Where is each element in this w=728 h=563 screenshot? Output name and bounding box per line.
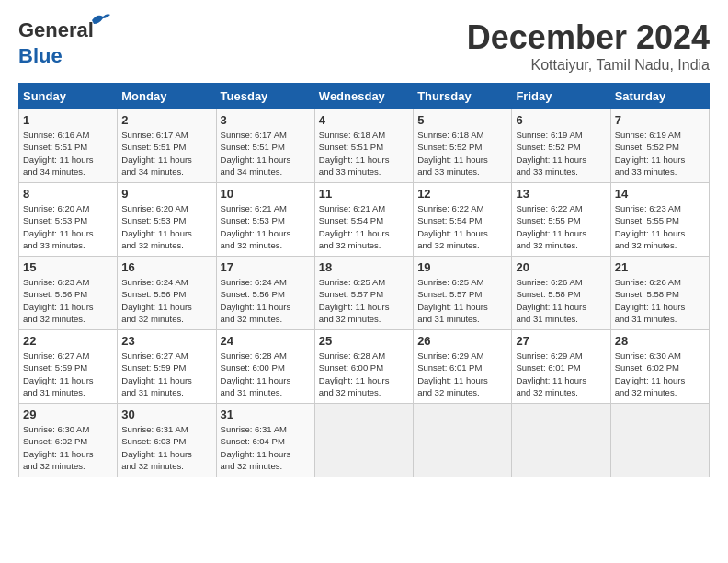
day-info: Sunrise: 6:19 AM Sunset: 5:52 PM Dayligh… — [615, 129, 705, 178]
day-info: Sunrise: 6:25 AM Sunset: 5:57 PM Dayligh… — [417, 276, 507, 325]
table-row — [512, 404, 610, 477]
calendar-week-row: 29Sunrise: 6:30 AM Sunset: 6:02 PM Dayli… — [19, 404, 710, 477]
table-row: 30Sunrise: 6:31 AM Sunset: 6:03 PM Dayli… — [118, 404, 216, 477]
table-row: 25Sunrise: 6:28 AM Sunset: 6:00 PM Dayli… — [314, 330, 413, 404]
day-number: 4 — [319, 113, 409, 127]
day-number: 19 — [417, 260, 507, 274]
logo-bird-icon — [90, 11, 110, 28]
table-row: 2Sunrise: 6:17 AM Sunset: 5:51 PM Daylig… — [118, 109, 216, 183]
header-friday: Friday — [512, 84, 610, 109]
table-row — [314, 404, 413, 477]
day-info: Sunrise: 6:30 AM Sunset: 6:02 PM Dayligh… — [23, 423, 113, 472]
day-info: Sunrise: 6:27 AM Sunset: 5:59 PM Dayligh… — [23, 350, 113, 398]
day-number: 16 — [121, 260, 211, 274]
header-sunday: Sunday — [19, 84, 118, 109]
day-number: 9 — [121, 187, 211, 201]
day-info: Sunrise: 6:31 AM Sunset: 6:04 PM Dayligh… — [221, 423, 311, 472]
day-info: Sunrise: 6:27 AM Sunset: 5:59 PM Dayligh… — [121, 350, 211, 398]
table-row: 19Sunrise: 6:25 AM Sunset: 5:57 PM Dayli… — [414, 257, 512, 330]
table-row: 16Sunrise: 6:24 AM Sunset: 5:56 PM Dayli… — [118, 257, 216, 330]
day-number: 15 — [23, 260, 113, 274]
day-info: Sunrise: 6:23 AM Sunset: 5:56 PM Dayligh… — [23, 276, 113, 325]
day-number: 26 — [417, 334, 507, 348]
day-number: 28 — [615, 334, 705, 348]
day-number: 29 — [23, 408, 113, 421]
logo-blue: Blue — [18, 44, 63, 68]
table-row: 11Sunrise: 6:21 AM Sunset: 5:54 PM Dayli… — [314, 183, 413, 257]
month-title: December 2024 — [467, 18, 710, 57]
table-row: 7Sunrise: 6:19 AM Sunset: 5:52 PM Daylig… — [610, 109, 709, 183]
table-row: 9Sunrise: 6:20 AM Sunset: 5:53 PM Daylig… — [118, 183, 216, 257]
day-info: Sunrise: 6:22 AM Sunset: 5:54 PM Dayligh… — [417, 202, 507, 251]
table-row: 1Sunrise: 6:16 AM Sunset: 5:51 PM Daylig… — [19, 109, 118, 183]
table-row: 13Sunrise: 6:22 AM Sunset: 5:55 PM Dayli… — [512, 183, 610, 257]
day-info: Sunrise: 6:28 AM Sunset: 6:00 PM Dayligh… — [221, 350, 311, 398]
day-number: 14 — [615, 187, 705, 201]
day-info: Sunrise: 6:21 AM Sunset: 5:54 PM Dayligh… — [319, 202, 409, 251]
table-row: 23Sunrise: 6:27 AM Sunset: 5:59 PM Dayli… — [118, 330, 216, 404]
header-saturday: Saturday — [610, 84, 709, 109]
day-number: 21 — [615, 260, 705, 274]
table-row: 17Sunrise: 6:24 AM Sunset: 5:56 PM Dayli… — [216, 257, 314, 330]
day-number: 23 — [121, 334, 211, 348]
day-number: 13 — [516, 187, 606, 201]
day-number: 3 — [221, 113, 311, 127]
table-row: 29Sunrise: 6:30 AM Sunset: 6:02 PM Dayli… — [19, 404, 118, 477]
header-monday: Monday — [118, 84, 216, 109]
title-area: December 2024 Kottaiyur, Tamil Nadu, Ind… — [467, 18, 710, 74]
day-info: Sunrise: 6:22 AM Sunset: 5:55 PM Dayligh… — [516, 202, 606, 251]
table-row: 24Sunrise: 6:28 AM Sunset: 6:00 PM Dayli… — [216, 330, 314, 404]
logo-general: General — [18, 18, 94, 41]
day-info: Sunrise: 6:18 AM Sunset: 5:51 PM Dayligh… — [319, 129, 409, 178]
table-row: 15Sunrise: 6:23 AM Sunset: 5:56 PM Dayli… — [19, 257, 118, 330]
calendar-week-row: 8Sunrise: 6:20 AM Sunset: 5:53 PM Daylig… — [19, 183, 710, 257]
day-info: Sunrise: 6:24 AM Sunset: 5:56 PM Dayligh… — [221, 276, 311, 325]
header-thursday: Thursday — [414, 84, 512, 109]
day-number: 27 — [516, 334, 606, 348]
calendar-week-row: 1Sunrise: 6:16 AM Sunset: 5:51 PM Daylig… — [19, 109, 710, 183]
day-info: Sunrise: 6:26 AM Sunset: 5:58 PM Dayligh… — [516, 276, 606, 325]
table-row: 8Sunrise: 6:20 AM Sunset: 5:53 PM Daylig… — [19, 183, 118, 257]
day-number: 22 — [23, 334, 113, 348]
day-number: 1 — [23, 113, 113, 127]
day-number: 17 — [221, 260, 311, 274]
day-number: 5 — [417, 113, 507, 127]
table-row: 12Sunrise: 6:22 AM Sunset: 5:54 PM Dayli… — [414, 183, 512, 257]
table-row: 28Sunrise: 6:30 AM Sunset: 6:02 PM Dayli… — [610, 330, 709, 404]
table-row: 31Sunrise: 6:31 AM Sunset: 6:04 PM Dayli… — [216, 404, 314, 477]
day-number: 25 — [319, 334, 409, 348]
day-number: 31 — [221, 408, 311, 421]
day-number: 30 — [121, 408, 211, 421]
day-number: 12 — [417, 187, 507, 201]
day-number: 18 — [319, 260, 409, 274]
header: General Blue December 2024 Kottaiyur, Ta… — [18, 18, 710, 74]
day-info: Sunrise: 6:25 AM Sunset: 5:57 PM Dayligh… — [319, 276, 409, 325]
day-info: Sunrise: 6:26 AM Sunset: 5:58 PM Dayligh… — [615, 276, 705, 325]
day-number: 7 — [615, 113, 705, 127]
calendar-week-row: 15Sunrise: 6:23 AM Sunset: 5:56 PM Dayli… — [19, 257, 710, 330]
day-info: Sunrise: 6:16 AM Sunset: 5:51 PM Dayligh… — [23, 129, 113, 178]
table-row: 3Sunrise: 6:17 AM Sunset: 5:51 PM Daylig… — [216, 109, 314, 183]
header-tuesday: Tuesday — [216, 84, 314, 109]
calendar-header-row: Sunday Monday Tuesday Wednesday Thursday… — [19, 84, 710, 109]
table-row: 22Sunrise: 6:27 AM Sunset: 5:59 PM Dayli… — [19, 330, 118, 404]
header-wednesday: Wednesday — [314, 84, 413, 109]
table-row: 27Sunrise: 6:29 AM Sunset: 6:01 PM Dayli… — [512, 330, 610, 404]
day-info: Sunrise: 6:17 AM Sunset: 5:51 PM Dayligh… — [121, 129, 211, 178]
day-number: 6 — [516, 113, 606, 127]
table-row: 6Sunrise: 6:19 AM Sunset: 5:52 PM Daylig… — [512, 109, 610, 183]
logo: General Blue — [18, 18, 94, 68]
day-number: 2 — [121, 113, 211, 127]
day-number: 24 — [221, 334, 311, 348]
day-number: 11 — [319, 187, 409, 201]
day-info: Sunrise: 6:18 AM Sunset: 5:52 PM Dayligh… — [417, 129, 507, 178]
day-info: Sunrise: 6:17 AM Sunset: 5:51 PM Dayligh… — [221, 129, 311, 178]
table-row: 10Sunrise: 6:21 AM Sunset: 5:53 PM Dayli… — [216, 183, 314, 257]
table-row — [414, 404, 512, 477]
day-info: Sunrise: 6:28 AM Sunset: 6:00 PM Dayligh… — [319, 350, 409, 398]
calendar-table: Sunday Monday Tuesday Wednesday Thursday… — [18, 83, 710, 477]
day-info: Sunrise: 6:29 AM Sunset: 6:01 PM Dayligh… — [516, 350, 606, 398]
day-info: Sunrise: 6:21 AM Sunset: 5:53 PM Dayligh… — [221, 202, 311, 251]
day-info: Sunrise: 6:30 AM Sunset: 6:02 PM Dayligh… — [615, 350, 705, 398]
table-row: 20Sunrise: 6:26 AM Sunset: 5:58 PM Dayli… — [512, 257, 610, 330]
